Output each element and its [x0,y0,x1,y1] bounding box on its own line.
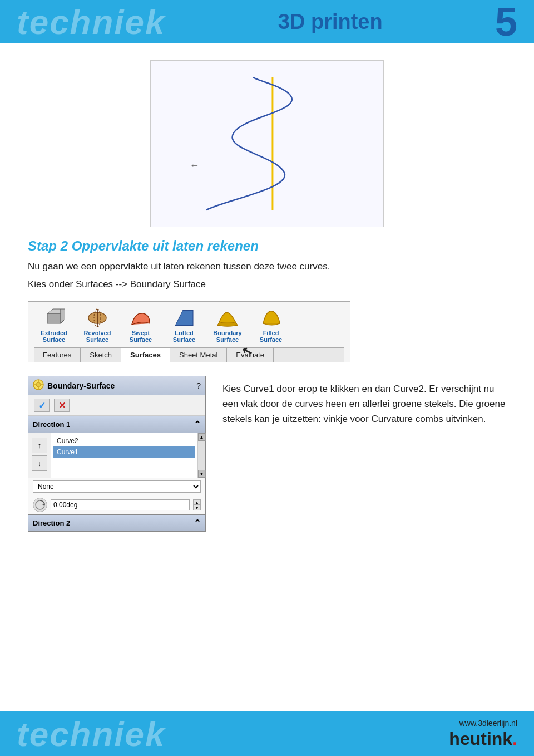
tab-sketch[interactable]: Sketch [81,348,121,362]
footer-watermark: techniek [17,714,166,754]
top-image: ← [150,60,384,227]
swept-label: SweptSurface [130,330,152,343]
step-text2: Kies onder Surfaces --> Boundary Surface [28,277,506,292]
deg-spin-up-button[interactable]: ▲ [193,499,201,505]
boundary-label: BoundarySurface [213,330,241,343]
toolbar-lofted[interactable]: LoftedSurface [164,307,204,343]
right-paragraph: Kies Curve1 door erop te klikken en dan … [222,381,506,427]
direction2-header[interactable]: Direction 2 ⌃ [28,514,205,531]
panel-checkx-row: ✓ ✕ [28,395,205,416]
direction1-curve-list: Curve2 Curve1 [51,433,197,478]
rotation-icon [33,498,47,512]
toolbar-area: ExtrudedSurface RevolvedSurface [28,301,350,362]
panel-question-mark[interactable]: ? [196,381,201,390]
main-content: ← Stap 2 Oppervlakte uit laten rekenen N… [0,43,534,543]
panel-cancel-button[interactable]: ✕ [54,399,70,412]
tab-sheet-metal[interactable]: Sheet Metal [170,348,227,362]
deg-spinner: ▲ ▼ [193,499,201,510]
toolbar-swept[interactable]: SweptSurface [121,307,161,343]
tab-features[interactable]: Features [34,348,81,362]
direction1-header[interactable]: Direction 1 ⌃ [28,416,205,433]
direction1-arrows: ↑ ↓ [28,433,51,478]
svg-marker-5 [61,309,65,323]
toolbar-extruded[interactable]: ExtrudedSurface [34,307,74,343]
deg-spin-down-button[interactable]: ▼ [193,505,201,510]
header-title: 3D printen [278,10,383,34]
svg-marker-4 [47,309,61,313]
footer-right: www.3dleerlijn.nl heutink. [449,719,517,749]
footer-brand: heutink. [449,729,517,749]
filled-label: FilledSurface [260,330,282,343]
svg-point-11 [218,322,237,327]
direction1-content: ↑ ↓ Curve2 Curve1 ▲ ▼ [28,433,205,478]
toolbar-tabs: Features Sketch Surfaces Sheet Metal Eva… [34,347,344,362]
toolbar-revolved[interactable]: RevolvedSurface [77,307,117,343]
svg-text:←: ← [190,160,200,171]
curve2-item[interactable]: Curve2 [53,435,195,446]
footer-url: www.3dleerlijn.nl [459,719,517,728]
panel-confirm-button[interactable]: ✓ [34,399,50,412]
swept-surface-icon [129,307,152,328]
curve1-item[interactable]: Curve1 [53,446,195,458]
direction2-label: Direction 2 [33,519,70,527]
panel-header: Boundary-Surface ? [28,376,205,395]
deg-input[interactable] [51,499,190,510]
right-text: Kies Curve1 door erop te klikken en dan … [222,376,506,532]
direction2-expand-icon: ⌃ [194,518,201,528]
scroll-down-button[interactable]: ▼ [198,470,206,478]
direction1-up-button[interactable]: ↑ [32,438,47,453]
panel-compass-icon [33,379,44,392]
revolved-label: RevolvedSurface [84,330,111,343]
panel-header-left: Boundary-Surface [33,379,115,392]
revolved-surface-icon [86,307,109,328]
boundary-surface-panel: Boundary-Surface ? ✓ ✕ Direction 1 ⌃ ↑ ↓ [28,376,206,532]
deg-row: ▲ ▼ [28,495,205,514]
direction1-expand-icon: ⌃ [194,419,201,430]
header-number: 5 [495,2,517,42]
scroll-up-button[interactable]: ▲ [198,433,206,441]
toolbar-filled[interactable]: FilledSurface [251,307,291,343]
none-row: None [28,478,205,495]
tab-surfaces[interactable]: Surfaces [121,348,170,362]
toolbar-boundary[interactable]: BoundarySurface ↖ [207,307,248,343]
footer: techniek www.3dleerlijn.nl heutink. [0,711,534,756]
svg-rect-0 [151,61,383,227]
direction1-scrollbar[interactable]: ▲ ▼ [197,433,205,478]
direction1-down-button[interactable]: ↓ [32,455,47,471]
svg-point-13 [36,382,41,387]
extruded-surface-icon [42,307,66,328]
none-select[interactable]: None [33,480,201,493]
filled-surface-icon [259,307,283,328]
bottom-section: Boundary-Surface ? ✓ ✕ Direction 1 ⌃ ↑ ↓ [28,376,506,532]
direction1-label: Direction 1 [33,420,70,429]
header: techniek 3D printen 5 [0,0,534,43]
panel-title: Boundary-Surface [47,381,115,390]
boundary-surface-icon [216,307,239,328]
step-title: Stap 2 Oppervlakte uit laten rekenen [28,238,506,254]
lofted-surface-icon [172,307,196,328]
lofted-label: LoftedSurface [173,330,195,343]
step-text1: Nu gaan we een oppervlakte uit laten rek… [28,259,506,274]
header-watermark: techniek [17,2,166,42]
svg-rect-3 [47,313,61,323]
extruded-label: ExtrudedSurface [41,330,67,343]
toolbar-icons: ExtrudedSurface RevolvedSurface [34,307,344,347]
